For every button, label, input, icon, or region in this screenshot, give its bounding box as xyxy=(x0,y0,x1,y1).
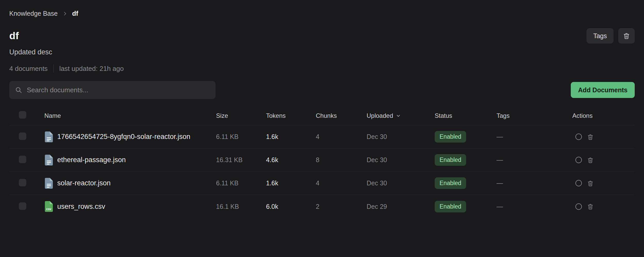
document-chunks: 4 xyxy=(316,179,367,187)
status-circle-icon[interactable] xyxy=(575,157,582,163)
document-chunks: 2 xyxy=(316,203,367,210)
row-checkbox[interactable] xyxy=(19,156,26,163)
json-file-icon: csv xyxy=(44,131,53,143)
table-row: csv 1766542654725-8ygfqn0-solar-reactor.… xyxy=(9,125,635,148)
csv-file-icon: csv xyxy=(44,201,53,212)
table-row: csv users_rows.csv 16.1 KB 6.0k 2 Dec 29… xyxy=(9,195,635,218)
status-badge[interactable]: Enabled xyxy=(435,131,466,143)
column-header-tags[interactable]: Tags xyxy=(497,112,572,119)
table-row: csv solar-reactor.json 6.11 KB 1.6k 4 De… xyxy=(9,172,635,195)
status-badge[interactable]: Enabled xyxy=(435,154,466,166)
delete-document-icon[interactable] xyxy=(587,156,594,164)
title-actions: Tags xyxy=(587,28,635,44)
document-name[interactable]: ethereal-passage.json xyxy=(57,156,126,164)
document-size: 16.31 KB xyxy=(216,156,266,164)
status-circle-icon[interactable] xyxy=(575,180,582,186)
kb-meta: 4 documents last updated: 21h ago xyxy=(9,64,635,73)
document-uploaded-date: Dec 30 xyxy=(367,179,435,187)
delete-knowledge-base-button[interactable] xyxy=(618,28,635,44)
page-title: df xyxy=(9,30,19,42)
table-row: csv ethereal-passage.json 16.31 KB 4.6k … xyxy=(9,148,635,172)
document-name[interactable]: 1766542654725-8ygfqn0-solar-reactor.json xyxy=(57,133,190,141)
row-checkbox[interactable] xyxy=(19,202,26,210)
documents-count: 4 documents xyxy=(9,65,48,73)
last-updated: last updated: 21h ago xyxy=(59,65,124,73)
meta-divider xyxy=(53,64,54,73)
status-badge[interactable]: Enabled xyxy=(435,177,466,189)
document-size: 6.11 KB xyxy=(216,179,266,187)
column-header-uploaded[interactable]: Uploaded xyxy=(367,112,435,119)
tags-button[interactable]: Tags xyxy=(587,28,614,44)
document-chunks: 8 xyxy=(316,156,367,164)
column-header-size[interactable]: Size xyxy=(216,112,266,119)
column-header-chunks[interactable]: Chunks xyxy=(316,112,367,119)
chevron-right-icon xyxy=(62,11,68,16)
select-all-checkbox[interactable] xyxy=(19,111,26,119)
table-header: Name Size Tokens Chunks Uploaded Status … xyxy=(9,106,635,125)
documents-toolbar: Add Documents xyxy=(9,81,635,99)
json-file-icon: csv xyxy=(44,178,53,189)
search-icon xyxy=(15,86,22,94)
document-tags: — xyxy=(497,133,572,140)
row-checkbox[interactable] xyxy=(19,132,26,140)
svg-text:csv: csv xyxy=(46,207,51,211)
row-checkbox[interactable] xyxy=(19,179,26,186)
column-header-status[interactable]: Status xyxy=(435,112,497,119)
status-circle-icon[interactable] xyxy=(575,203,582,210)
delete-document-icon[interactable] xyxy=(587,203,594,210)
document-chunks: 4 xyxy=(316,133,367,140)
document-tokens: 1.6k xyxy=(266,133,316,140)
column-header-name[interactable]: Name xyxy=(44,112,216,119)
search-box xyxy=(9,81,216,99)
document-tags: — xyxy=(497,203,572,210)
delete-document-icon[interactable] xyxy=(587,133,594,140)
breadcrumb-knowledge-base-link[interactable]: Knowledge Base xyxy=(9,10,58,17)
document-size: 16.1 KB xyxy=(216,203,266,210)
delete-document-icon[interactable] xyxy=(587,180,594,187)
documents-table: Name Size Tokens Chunks Uploaded Status … xyxy=(9,106,635,218)
document-size: 6.11 KB xyxy=(216,133,266,140)
table-body: csv 1766542654725-8ygfqn0-solar-reactor.… xyxy=(9,125,635,218)
document-name[interactable]: solar-reactor.json xyxy=(57,179,111,187)
knowledge-base-detail-page: Knowledge Base df df Tags Updated desc xyxy=(0,0,644,257)
document-tags: — xyxy=(497,179,572,187)
document-tokens: 4.6k xyxy=(266,156,316,164)
breadcrumb-current: df xyxy=(72,10,78,17)
document-tokens: 1.6k xyxy=(266,179,316,187)
document-name[interactable]: users_rows.csv xyxy=(57,203,105,211)
document-tokens: 6.0k xyxy=(266,203,316,210)
status-circle-icon[interactable] xyxy=(575,134,582,140)
column-header-actions: Actions xyxy=(572,112,635,119)
trash-icon xyxy=(623,32,630,40)
title-row: df Tags xyxy=(9,28,635,44)
document-tags: — xyxy=(497,156,572,164)
column-header-tokens[interactable]: Tokens xyxy=(266,112,316,119)
add-documents-button[interactable]: Add Documents xyxy=(571,82,635,98)
document-uploaded-date: Dec 30 xyxy=(367,133,435,140)
document-uploaded-date: Dec 30 xyxy=(367,156,435,164)
document-uploaded-date: Dec 29 xyxy=(367,203,435,210)
search-documents-input[interactable] xyxy=(9,81,216,99)
json-file-icon: csv xyxy=(44,154,53,166)
breadcrumb: Knowledge Base df xyxy=(9,10,635,17)
kb-description: Updated desc xyxy=(9,48,635,56)
chevron-down-icon xyxy=(396,113,401,118)
status-badge[interactable]: Enabled xyxy=(435,201,466,212)
